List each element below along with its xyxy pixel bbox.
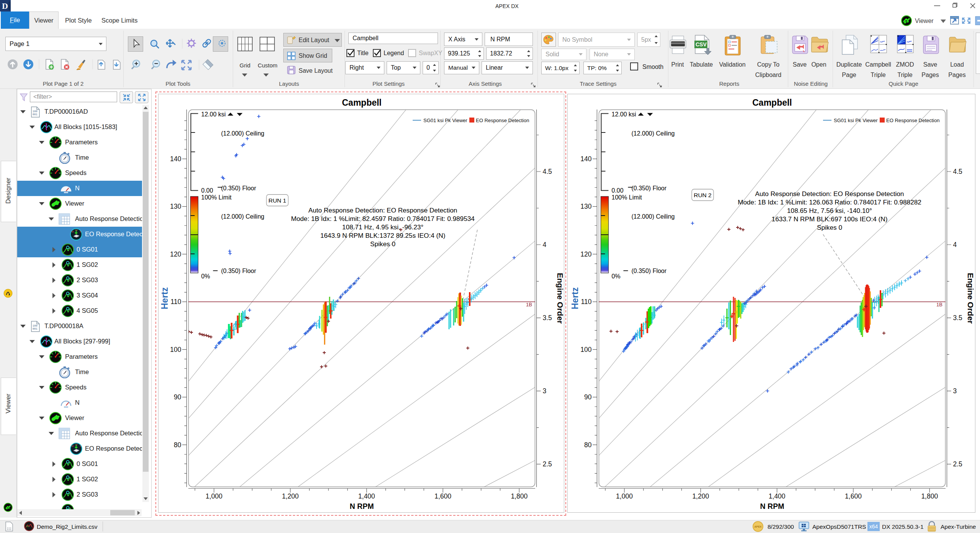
svg-text:1,600: 1,600 bbox=[434, 492, 451, 500]
svg-text:0.00: 0.00 bbox=[201, 187, 213, 194]
svg-text:3: 3 bbox=[953, 387, 957, 395]
svg-text:110: 110 bbox=[581, 298, 592, 306]
svg-text:1,400: 1,400 bbox=[358, 492, 375, 500]
svg-text:001: 001 bbox=[33, 113, 38, 116]
svg-text:100% Limit: 100% Limit bbox=[612, 194, 642, 201]
svg-text:1,800: 1,800 bbox=[921, 492, 938, 500]
svg-text:0%: 0% bbox=[612, 273, 621, 280]
svg-text:1,000: 1,000 bbox=[616, 492, 633, 500]
svg-text:80: 80 bbox=[584, 441, 592, 449]
svg-text:2.5: 2.5 bbox=[953, 460, 962, 468]
svg-text:1,800: 1,800 bbox=[511, 492, 528, 500]
svg-text:110: 110 bbox=[171, 298, 181, 306]
svg-text:12: 12 bbox=[75, 443, 78, 446]
svg-text:(0.350) Floor: (0.350) Floor bbox=[221, 185, 256, 191]
svg-text:(0.350) Floor: (0.350) Floor bbox=[221, 268, 256, 274]
svg-text:SG01 ksi Pk Viewer: SG01 ksi Pk Viewer bbox=[834, 118, 878, 123]
svg-text:4: 4 bbox=[543, 241, 547, 249]
svg-text:42: 42 bbox=[71, 231, 74, 233]
svg-text:2.5: 2.5 bbox=[543, 460, 552, 468]
svg-text:N RPM: N RPM bbox=[760, 502, 784, 510]
svg-text:90: 90 bbox=[174, 393, 181, 401]
svg-text:1,400: 1,400 bbox=[769, 492, 786, 500]
svg-text:Campbell: Campbell bbox=[342, 98, 382, 108]
svg-text:Campbell: Campbell bbox=[752, 98, 792, 108]
svg-text:0%: 0% bbox=[201, 273, 210, 280]
svg-text:(12.000) Ceiling: (12.000) Ceiling bbox=[221, 213, 265, 220]
svg-text:120: 120 bbox=[170, 250, 181, 258]
svg-text:Spikes 0: Spikes 0 bbox=[370, 240, 395, 248]
svg-text:4: 4 bbox=[953, 241, 957, 249]
svg-text:1,000: 1,000 bbox=[206, 492, 222, 500]
svg-text:3.5: 3.5 bbox=[953, 314, 962, 322]
svg-text:CSV: CSV bbox=[696, 41, 707, 47]
svg-text:Auto Response Detection: EO Re: Auto Response Detection: EO Response Det… bbox=[309, 206, 457, 214]
svg-text:(12.000) Ceiling: (12.000) Ceiling bbox=[632, 130, 675, 137]
svg-text:(0.350) Floor: (0.350) Floor bbox=[632, 185, 667, 191]
svg-text:130: 130 bbox=[580, 203, 591, 210]
svg-text:4.5: 4.5 bbox=[543, 168, 552, 175]
svg-text:12.00 ksi: 12.00 ksi bbox=[201, 111, 226, 118]
svg-text:140: 140 bbox=[170, 155, 181, 163]
svg-text:108.65 Hz, 7.56 ksi, -140.10°: 108.65 Hz, 7.56 ksi, -140.10° bbox=[787, 207, 872, 214]
svg-text:100% Limit: 100% Limit bbox=[201, 194, 232, 201]
svg-text:(12.000) Ceiling: (12.000) Ceiling bbox=[632, 213, 675, 220]
svg-text:(0.350) Floor: (0.350) Floor bbox=[632, 268, 667, 274]
svg-text:108.71 Hz, 4.95 ksi, -96.23°: 108.71 Hz, 4.95 ksi, -96.23° bbox=[342, 223, 423, 231]
svg-text:(12.000) Ceiling: (12.000) Ceiling bbox=[221, 130, 265, 137]
svg-text:Engine Order: Engine Order bbox=[966, 273, 975, 324]
svg-text:42: 42 bbox=[71, 445, 74, 447]
svg-text:140: 140 bbox=[580, 155, 591, 163]
svg-text:1633.7 N RPM BLK:697 100s IEO:: 1633.7 N RPM BLK:697 100s IEO:4 (N) bbox=[772, 215, 888, 223]
svg-text:100: 100 bbox=[170, 346, 181, 353]
svg-text:1,200: 1,200 bbox=[282, 492, 299, 500]
svg-text:Mode: 1B Idx: 1 %Limit: 82.459: Mode: 1B Idx: 1 %Limit: 82.4597 Ratio: 0… bbox=[291, 215, 475, 222]
svg-text:Hertz: Hertz bbox=[570, 287, 580, 309]
svg-text:Spikes 0: Spikes 0 bbox=[817, 224, 842, 231]
svg-text:RUN 2: RUN 2 bbox=[694, 192, 712, 198]
svg-text:1643.9 N RPM BLK:1372 89.25s I: 1643.9 N RPM BLK:1372 89.25s IEO:4 (N) bbox=[320, 232, 446, 239]
svg-text:0.00: 0.00 bbox=[612, 187, 624, 194]
svg-text:1,200: 1,200 bbox=[692, 492, 709, 500]
svg-text:12.00 ksi: 12.00 ksi bbox=[612, 111, 636, 118]
svg-text:Hertz: Hertz bbox=[160, 287, 170, 309]
svg-text:4.5: 4.5 bbox=[953, 168, 962, 175]
svg-text:1,600: 1,600 bbox=[845, 492, 862, 500]
svg-text:EO Response Detection: EO Response Detection bbox=[886, 118, 939, 123]
svg-text:100: 100 bbox=[33, 324, 38, 327]
svg-text:120: 120 bbox=[580, 250, 591, 258]
svg-text:1B: 1B bbox=[526, 302, 532, 307]
svg-text:100: 100 bbox=[33, 110, 38, 113]
svg-text:130: 130 bbox=[170, 203, 181, 210]
svg-text:3: 3 bbox=[543, 387, 547, 395]
svg-text:APEX: APEX bbox=[754, 525, 761, 528]
svg-text:SG01 ksi Pk Viewer: SG01 ksi Pk Viewer bbox=[423, 118, 467, 123]
svg-text:1B: 1B bbox=[936, 302, 942, 307]
svg-text:80: 80 bbox=[174, 441, 181, 449]
svg-text:Mode: 1B Idx: 1 %Limit: 126.06: Mode: 1B Idx: 1 %Limit: 126.063 Ratio: 0… bbox=[738, 198, 921, 206]
svg-text:N RPM: N RPM bbox=[350, 502, 374, 510]
svg-text:RUN 1: RUN 1 bbox=[268, 197, 286, 204]
svg-text:90: 90 bbox=[584, 393, 592, 401]
svg-text:12: 12 bbox=[75, 229, 78, 231]
svg-text:Auto Response Detection: EO Re: Auto Response Detection: EO Response Det… bbox=[755, 190, 904, 198]
svg-text:EO Response Detection: EO Response Detection bbox=[476, 118, 529, 123]
svg-text:Engine Order: Engine Order bbox=[556, 273, 565, 324]
svg-text:001: 001 bbox=[33, 327, 38, 330]
svg-text:Viewer: Viewer bbox=[915, 18, 934, 24]
svg-text:3.5: 3.5 bbox=[543, 314, 552, 322]
svg-text:100: 100 bbox=[580, 346, 591, 353]
svg-text:D: D bbox=[2, 1, 8, 11]
